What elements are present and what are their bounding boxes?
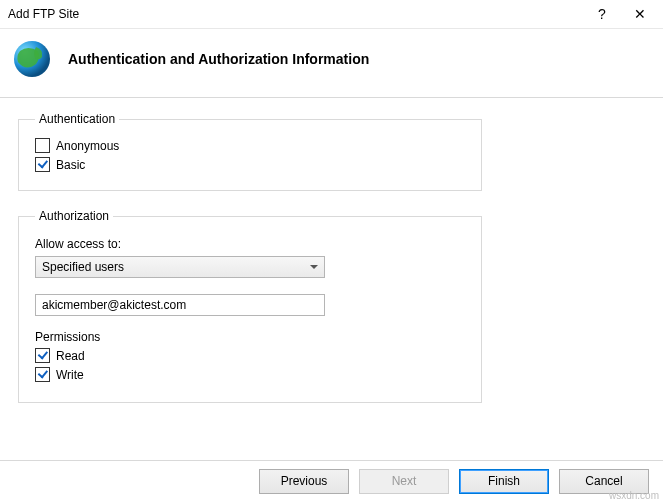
read-label: Read [56,349,85,363]
next-button: Next [359,469,449,494]
dropdown-value: Specified users [42,260,124,274]
authorization-group: Authorization Allow access to: Specified… [18,209,482,403]
anonymous-row[interactable]: Anonymous [35,138,465,153]
basic-checkbox[interactable] [35,157,50,172]
finish-button[interactable]: Finish [459,469,549,494]
write-label: Write [56,368,84,382]
globe-icon [10,37,54,81]
wizard-header: Authentication and Authorization Informa… [0,29,663,97]
write-row[interactable]: Write [35,367,465,382]
close-button[interactable]: ✕ [621,0,659,28]
allow-access-label: Allow access to: [35,237,465,251]
read-row[interactable]: Read [35,348,465,363]
content-area: Authentication Anonymous Basic Authoriza… [0,98,663,403]
authorization-legend: Authorization [35,209,113,223]
window-title: Add FTP Site [8,7,583,21]
help-button[interactable]: ? [583,0,621,28]
previous-button[interactable]: Previous [259,469,349,494]
basic-row[interactable]: Basic [35,157,465,172]
permissions-label: Permissions [35,330,465,344]
titlebar: Add FTP Site ? ✕ [0,0,663,29]
users-input[interactable] [35,294,325,316]
wizard-footer: Previous Next Finish Cancel [0,460,663,501]
allow-access-dropdown[interactable]: Specified users [35,256,325,278]
authentication-group: Authentication Anonymous Basic [18,112,482,191]
anonymous-checkbox[interactable] [35,138,50,153]
page-heading: Authentication and Authorization Informa… [68,51,369,67]
help-icon: ? [598,6,606,22]
authentication-legend: Authentication [35,112,119,126]
read-checkbox[interactable] [35,348,50,363]
close-icon: ✕ [634,6,646,22]
chevron-down-icon [310,265,318,269]
write-checkbox[interactable] [35,367,50,382]
cancel-button[interactable]: Cancel [559,469,649,494]
anonymous-label: Anonymous [56,139,119,153]
basic-label: Basic [56,158,85,172]
